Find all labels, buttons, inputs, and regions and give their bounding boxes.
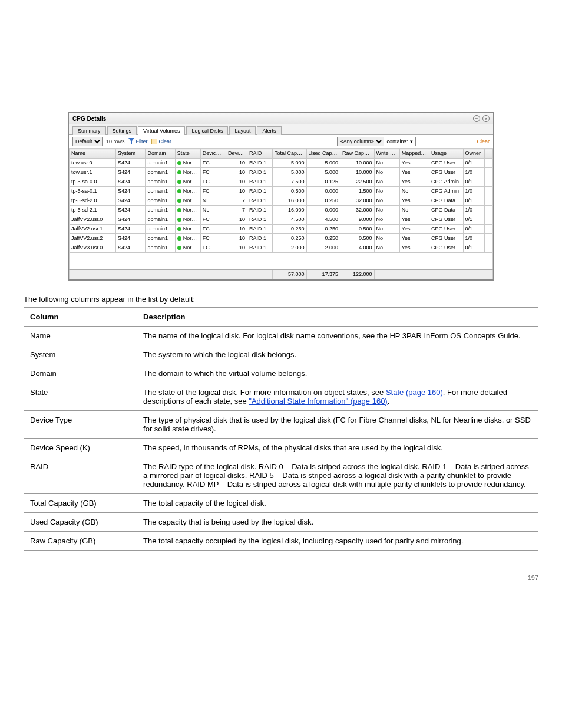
cell-raid: RAID 1 [247, 206, 272, 215]
cell-name: JaffVV2.usr.1 [70, 225, 116, 234]
cell-name: tp-5-sa-0.1 [70, 187, 116, 196]
cell-state: Normal [175, 215, 200, 225]
cell-raw: 10.000 [340, 159, 375, 168]
desc-text: The speed, in thousands of RPMs, of the … [137, 438, 538, 457]
col-domain[interactable]: Domain [146, 149, 175, 159]
cell-wt: No [374, 215, 399, 225]
cell-used: 5.000 [306, 168, 340, 177]
table-row[interactable]: JaffVV2.usr.2S424domain1NormalFC10RAID 1… [70, 234, 493, 243]
cell-state: Normal [175, 187, 200, 196]
cell-wt: No [374, 187, 399, 196]
cell-usage: CPG User [429, 225, 464, 234]
cell-devtype: FC [200, 243, 226, 253]
page-number: 197 [24, 574, 538, 581]
column-description-table: Column Description NameThe name of the l… [24, 307, 538, 551]
cell-state: Normal [175, 196, 200, 206]
link-state[interactable]: State (page 160) [386, 388, 443, 397]
cell-wt: No [374, 177, 399, 187]
table-row[interactable]: JaffVV2.usr.0S424domain1NormalFC10RAID 1… [70, 215, 493, 225]
cell-raid: RAID 1 [247, 177, 272, 187]
cell-total: 16.000 [273, 206, 307, 215]
cell-usage: CPG Admin [429, 177, 464, 187]
tab-virtual-volumes[interactable]: Virtual Volumes [138, 126, 185, 135]
cell-devtype: FC [200, 177, 226, 187]
filter-input[interactable] [415, 137, 474, 146]
chevron-down-icon[interactable]: ▾ [410, 139, 413, 144]
link-additional-state[interactable]: "Additional State Information" (page 160… [249, 397, 387, 406]
filter-button[interactable]: Filter [128, 138, 148, 145]
cell-mapped: No [399, 206, 429, 215]
clear-button[interactable]: Clear [151, 139, 172, 144]
col-owner[interactable]: Owner [463, 149, 484, 159]
desc-col: Domain [24, 364, 137, 383]
desc-intro: The following columns appear in the list… [24, 295, 538, 304]
cell-name: tp-5-sd-2.1 [70, 206, 116, 215]
col-state[interactable]: State [175, 149, 200, 159]
desc-col: System [24, 345, 137, 364]
cell-devtype: FC [200, 187, 226, 196]
desc-row: DomainThe domain to which the virtual vo… [24, 364, 538, 383]
table-row[interactable]: JaffVV3.usr.0S424domain1NormalFC10RAID 1… [70, 243, 493, 253]
tab-summary[interactable]: Summary [72, 126, 106, 135]
desc-col: RAID [24, 457, 137, 493]
table-row[interactable]: tp-5-sd-2.0S424domain1NormalNL7RAID 116.… [70, 196, 493, 206]
desc-row: SystemThe system to which the logical di… [24, 345, 538, 364]
table-header-row: Name System Domain State Device Type Dev… [70, 149, 493, 159]
cell-mapped: Yes [399, 159, 429, 168]
cell-mapped: Yes [399, 196, 429, 206]
table-row[interactable]: tp-5-sd-2.1S424domain1NormalNL7RAID 116.… [70, 206, 493, 215]
desc-text: The total capacity of the logical disk. [137, 493, 538, 512]
col-usage[interactable]: Usage [429, 149, 464, 159]
cell-wt: No [374, 168, 399, 177]
clear-filter-link[interactable]: Clear [477, 139, 490, 144]
cell-speed: 7 [226, 196, 247, 206]
cell-mapped: Yes [399, 234, 429, 243]
cell-total: 7.500 [273, 177, 307, 187]
cell-raw: 0.500 [340, 225, 375, 234]
col-raid[interactable]: RAID [247, 149, 272, 159]
tab-layout[interactable]: Layout [229, 126, 256, 135]
cell-state: Normal [175, 168, 200, 177]
col-mapped-to-vv[interactable]: Mapped to VV [399, 149, 429, 159]
table-row[interactable]: tp-5-sa-0.1S424domain1NormalFC10RAID 10.… [70, 187, 493, 196]
desc-row: Used Capacity (GB)The capacity that is b… [24, 512, 538, 531]
col-total-capacity[interactable]: Total Capacity (GB) [273, 149, 307, 159]
cell-raid: RAID 1 [247, 196, 272, 206]
cell-raid: RAID 1 [247, 234, 272, 243]
col-device-type[interactable]: Device Type [200, 149, 226, 159]
table-row[interactable]: tp-5-sa-0.0S424domain1NormalFC10RAID 17.… [70, 177, 493, 187]
close-icon[interactable]: × [482, 115, 490, 122]
cell-devtype: NL [200, 206, 226, 215]
cell-devtype: FC [200, 168, 226, 177]
cell-total: 16.000 [273, 196, 307, 206]
col-name[interactable]: Name [70, 149, 116, 159]
cell-used: 0.125 [306, 177, 340, 187]
column-filter-select[interactable]: <Any column> [337, 137, 384, 146]
table-row[interactable]: JaffVV2.usr.1S424domain1NormalFC10RAID 1… [70, 225, 493, 234]
total-capacity-sum: 57.000 [273, 269, 307, 279]
cell-wt: No [374, 159, 399, 168]
col-raw-capacity[interactable]: Raw Capacity (GB) [340, 149, 375, 159]
col-device-speed[interactable]: Device Speed (K) [226, 149, 247, 159]
table-row[interactable]: tow.usr.1S424domain1NormalFC10RAID 15.00… [70, 168, 493, 177]
filter-preset-select[interactable]: Default [72, 137, 103, 146]
tab-alerts[interactable]: Alerts [257, 126, 281, 135]
desc-col: State [24, 383, 137, 410]
cell-raw: 32.000 [340, 206, 375, 215]
tab-bar: Summary Settings Virtual Volumes Logical… [69, 124, 493, 135]
tab-settings[interactable]: Settings [107, 126, 137, 135]
cell-mapped: Yes [399, 177, 429, 187]
table-row[interactable]: tow.usr.0S424domain1NormalFC10RAID 15.00… [70, 159, 493, 168]
cell-devtype: FC [200, 234, 226, 243]
col-system[interactable]: System [116, 149, 146, 159]
col-write-through[interactable]: Write Through [374, 149, 399, 159]
cell-speed: 10 [226, 187, 247, 196]
match-op: contains: [386, 139, 408, 144]
cell-system: S424 [116, 234, 146, 243]
tab-logical-disks[interactable]: Logical Disks [186, 126, 228, 135]
col-used-capacity[interactable]: Used Capacity (GB) [306, 149, 340, 159]
collapse-icon[interactable]: − [473, 115, 480, 122]
cell-raw: 0.500 [340, 234, 375, 243]
cell-usage: CPG User [429, 215, 464, 225]
cell-owner: 0/1 [463, 243, 484, 253]
